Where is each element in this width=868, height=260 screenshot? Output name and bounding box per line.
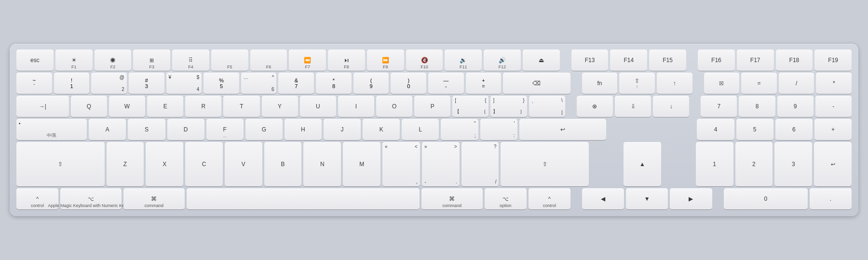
key-x[interactable]: X	[146, 142, 183, 186]
key-f14[interactable]: F14	[610, 50, 647, 71]
key-backslash[interactable]: 、\ |	[529, 96, 565, 117]
key-numpad-enter[interactable]: ↩	[814, 142, 852, 186]
key-tab[interactable]: →|	[16, 96, 69, 117]
key-numpad-4[interactable]: 4	[697, 119, 734, 140]
key-loption[interactable]: ⌥ Apple Magic Keyboard with Numeric Keyp…	[60, 188, 122, 209]
key-minus[interactable]: —-	[428, 73, 464, 94]
key-f4[interactable]: ⠿F4	[172, 50, 209, 71]
key-j[interactable]: J	[324, 119, 361, 140]
key-7[interactable]: &7	[278, 73, 314, 94]
key-m[interactable]: M	[343, 142, 380, 186]
key-numpad-2[interactable]: 2	[735, 142, 773, 186]
key-f5[interactable]: F5	[211, 50, 248, 71]
key-slash[interactable]: ?/	[461, 142, 499, 186]
key-v[interactable]: V	[225, 142, 262, 186]
key-p[interactable]: P	[414, 96, 450, 117]
key-k[interactable]: K	[363, 119, 400, 140]
key-f15[interactable]: F15	[649, 50, 686, 71]
key-0[interactable]: )0	[391, 73, 426, 94]
key-q[interactable]: Q	[71, 96, 107, 117]
key-quote[interactable]: ':	[480, 119, 517, 140]
key-arrow-down[interactable]: ▼	[626, 188, 668, 209]
key-f1[interactable]: ☀F1	[55, 50, 93, 71]
key-numpad-0[interactable]: 0	[724, 188, 808, 209]
key-5[interactable]: %5	[203, 73, 239, 94]
key-f17[interactable]: F17	[737, 50, 774, 71]
key-numpad-eq[interactable]: =	[741, 73, 777, 94]
key-4[interactable]: ¥$ 4	[166, 73, 202, 94]
key-lcommand[interactable]: ⌘ command	[123, 188, 185, 209]
key-f7[interactable]: ⏪F7	[289, 50, 326, 71]
key-comma[interactable]: «< ,	[382, 142, 420, 186]
key-d[interactable]: D	[167, 119, 204, 140]
key-home[interactable]: ⇧↑	[619, 73, 655, 94]
key-pgup[interactable]: ↑	[657, 73, 692, 94]
key-2[interactable]: @ 2	[91, 73, 127, 94]
key-b[interactable]: B	[264, 142, 302, 186]
key-esc[interactable]: esc	[16, 50, 54, 71]
key-rshift[interactable]: ⇧	[501, 142, 589, 186]
key-f8[interactable]: ⏯F8	[328, 50, 365, 71]
key-f19[interactable]: F19	[814, 50, 852, 71]
key-i[interactable]: I	[338, 96, 374, 117]
key-f[interactable]: F —	[206, 119, 244, 140]
key-numpad-6[interactable]: 6	[775, 119, 813, 140]
key-semicolon[interactable]: ";	[441, 119, 478, 140]
key-numpad-9[interactable]: 9	[777, 96, 814, 117]
key-eject[interactable]: ⏏	[523, 50, 560, 71]
key-y[interactable]: Y	[262, 96, 298, 117]
key-numpad-3[interactable]: 3	[774, 142, 812, 186]
key-delete[interactable]: ⌫	[503, 73, 570, 94]
key-arrow-up[interactable]: ▲	[624, 142, 661, 186]
key-period[interactable]: »> 。.	[422, 142, 460, 186]
key-n[interactable]: N	[303, 142, 341, 186]
key-caps[interactable]: • 中/英	[16, 119, 87, 140]
key-lshift[interactable]: ⇧	[16, 142, 105, 186]
key-arrow-left[interactable]: ◀	[582, 188, 624, 209]
key-f6[interactable]: F6	[250, 50, 287, 71]
key-f10[interactable]: 🔇F10	[406, 50, 443, 71]
key-numpad-7[interactable]: 7	[701, 96, 737, 117]
key-f12[interactable]: 🔊F12	[484, 50, 521, 71]
key-z[interactable]: Z	[107, 142, 144, 186]
key-f13[interactable]: F13	[571, 50, 609, 71]
key-bracket-r[interactable]: ]} 】｝	[490, 96, 527, 117]
key-numpad-minus[interactable]: -	[815, 96, 852, 117]
key-forwarddelete[interactable]: ⊗	[577, 96, 613, 117]
key-numpad-plus[interactable]: +	[814, 119, 852, 140]
key-f3[interactable]: ⊞F3	[133, 50, 170, 71]
key-pgdn[interactable]: ↓	[653, 96, 689, 117]
key-f18[interactable]: F18	[776, 50, 813, 71]
key-o[interactable]: O	[376, 96, 412, 117]
key-end[interactable]: ⇩	[615, 96, 651, 117]
key-rcontrol[interactable]: ^ control	[529, 188, 570, 209]
key-l[interactable]: L	[402, 119, 439, 140]
key-8[interactable]: *8	[316, 73, 352, 94]
key-return[interactable]: ↩	[519, 119, 607, 140]
key-f16[interactable]: F16	[698, 50, 735, 71]
key-numpad-1[interactable]: 1	[696, 142, 733, 186]
key-h[interactable]: H	[285, 119, 322, 140]
key-numpad-div[interactable]: /	[779, 73, 814, 94]
key-g[interactable]: G	[245, 119, 283, 140]
key-f11[interactable]: 🔉F11	[445, 50, 482, 71]
key-fn[interactable]: fn	[582, 73, 618, 94]
key-numpad-mul[interactable]: *	[816, 73, 852, 94]
key-r[interactable]: R	[185, 96, 221, 117]
key-numpad-5[interactable]: 5	[736, 119, 773, 140]
key-s[interactable]: S	[128, 119, 165, 140]
key-roption[interactable]: ⌥ option	[485, 188, 527, 209]
key-w[interactable]: W	[109, 96, 145, 117]
key-f2[interactable]: ✺F2	[95, 50, 132, 71]
key-numpad-decimal[interactable]: .	[810, 188, 852, 209]
key-space[interactable]	[187, 188, 420, 209]
key-equal[interactable]: +=	[466, 73, 502, 94]
key-u[interactable]: U	[300, 96, 336, 117]
key-tilde[interactable]: ~`	[16, 73, 52, 94]
key-f9[interactable]: ⏩F9	[367, 50, 404, 71]
key-3[interactable]: #3	[129, 73, 164, 94]
key-c[interactable]: C	[185, 142, 223, 186]
key-rcommand[interactable]: ⌘ command	[421, 188, 483, 209]
key-numpad-8[interactable]: 8	[739, 96, 775, 117]
key-arrow-right[interactable]: ▶	[670, 188, 712, 209]
